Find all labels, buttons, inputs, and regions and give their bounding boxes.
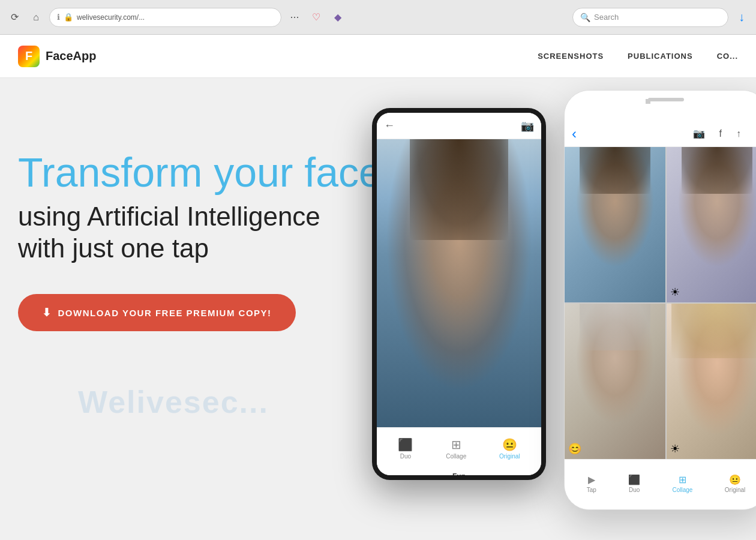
nav-publications[interactable]: PUBLICATIONS bbox=[628, 52, 693, 61]
download-button[interactable]: ↓ bbox=[733, 9, 750, 26]
ios-face-3: 😊 bbox=[565, 304, 665, 459]
logo-area: F FaceApp bbox=[18, 46, 96, 67]
site-header: F FaceApp SCREENSHOTS PUBLICATIONS CO... bbox=[0, 35, 756, 78]
ios-emoji-3: 😊 bbox=[568, 442, 581, 455]
nav-more[interactable]: CO... bbox=[717, 52, 738, 61]
ios-back-icon: ‹ bbox=[572, 125, 577, 142]
download-label: DOWNLOAD YOUR FREE PREMIUM COPY! bbox=[58, 308, 272, 318]
ios-speaker bbox=[648, 98, 684, 101]
android-tab-collage[interactable]: ⊞ Collage bbox=[446, 437, 466, 460]
app-name: FaceApp bbox=[46, 49, 96, 63]
home-button[interactable]: ⌂ bbox=[28, 9, 44, 26]
extension-icon[interactable]: ◆ bbox=[329, 9, 346, 26]
android-fun-label: Fun bbox=[377, 469, 541, 475]
watermark: Welivesec... bbox=[78, 384, 269, 420]
hero-subtitle-line1: using Artificial Intelligence bbox=[18, 202, 320, 231]
download-icon: ⬇ bbox=[42, 306, 52, 319]
hero-subtitle: using Artificial Intelligence with just … bbox=[18, 201, 382, 265]
ios-nav-bar: ‹ 📷 f ↑ ↓ bbox=[565, 121, 756, 147]
ios-face-4: ☀ bbox=[667, 304, 756, 459]
search-bar[interactable]: 🔍 Search bbox=[572, 8, 728, 27]
android-face-image bbox=[377, 139, 541, 427]
ios-tab-collage[interactable]: ⊞ Collage bbox=[673, 474, 693, 493]
ios-top-notch bbox=[565, 91, 756, 121]
info-icon: ℹ bbox=[57, 13, 60, 22]
ios-face-grid: ☀ 😊 ☀ bbox=[565, 147, 756, 459]
phones-container: ← 📷 ⬛ Duo ⊞ Collage bbox=[372, 90, 756, 522]
hero-subtitle-line2: with just one tap bbox=[18, 233, 209, 263]
ios-emoji-2: ☀ bbox=[670, 286, 680, 299]
ios-instagram-icon: 📷 bbox=[693, 128, 705, 139]
ios-bottom-bar: ▶ Tap ⬛ Duo ⊞ Collage 😐 Original bbox=[565, 459, 756, 507]
browser-chrome: ⟳ ⌂ ℹ 🔒 welivesecurity.com/... ··· ♡ ◆ 🔍… bbox=[0, 0, 756, 35]
ios-face-1 bbox=[565, 147, 665, 302]
ios-share-icon: ↑ bbox=[736, 128, 741, 139]
android-tab-original[interactable]: 😐 Original bbox=[499, 437, 520, 460]
address-bar[interactable]: ℹ 🔒 welivesecurity.com/... bbox=[49, 8, 281, 27]
ios-face-2: ☀ bbox=[667, 147, 756, 302]
ios-phone: ‹ 📷 f ↑ ↓ ☀ bbox=[564, 90, 756, 510]
reload-button[interactable]: ⟳ bbox=[6, 9, 23, 26]
android-bottom-bar: ⬛ Duo ⊞ Collage 😐 Original bbox=[377, 427, 541, 469]
app-logo-icon: F bbox=[18, 46, 40, 67]
download-button[interactable]: ⬇ DOWNLOAD YOUR FREE PREMIUM COPY! bbox=[18, 294, 296, 331]
search-icon: 🔍 bbox=[580, 13, 590, 22]
hero-title: Transform your face bbox=[18, 150, 382, 195]
ios-tab-duo[interactable]: ⬛ Duo bbox=[628, 474, 640, 493]
lock-icon: 🔒 bbox=[64, 13, 73, 22]
ios-camera bbox=[646, 99, 650, 104]
android-camera-icon: 📷 bbox=[521, 119, 534, 133]
more-button[interactable]: ··· bbox=[286, 9, 303, 26]
ios-section-labels: Fun Style PRO bbox=[565, 507, 756, 510]
pocket-icon[interactable]: ♡ bbox=[308, 9, 325, 26]
android-back-icon: ← bbox=[384, 119, 395, 132]
ios-tab-tap[interactable]: ▶ Tap bbox=[587, 474, 596, 493]
url-text: welivesecurity.com/... bbox=[77, 13, 145, 22]
android-tab-duo[interactable]: ⬛ Duo bbox=[398, 437, 413, 460]
ios-tab-original[interactable]: 😐 Original bbox=[725, 474, 745, 493]
android-screen: ← 📷 ⬛ Duo ⊞ Collage bbox=[377, 113, 541, 475]
ios-emoji-4: ☀ bbox=[670, 442, 680, 455]
ios-facebook-icon: f bbox=[719, 128, 722, 139]
main-nav: SCREENSHOTS PUBLICATIONS CO... bbox=[538, 52, 738, 61]
search-placeholder: Search bbox=[594, 13, 619, 22]
android-phone: ← 📷 ⬛ Duo ⊞ Collage bbox=[372, 108, 546, 480]
nav-screenshots[interactable]: SCREENSHOTS bbox=[538, 52, 604, 61]
hero-section: Transform your face using Artificial Int… bbox=[0, 78, 756, 540]
android-top-bar: ← 📷 bbox=[377, 113, 541, 139]
hero-text: Transform your face using Artificial Int… bbox=[0, 150, 382, 331]
